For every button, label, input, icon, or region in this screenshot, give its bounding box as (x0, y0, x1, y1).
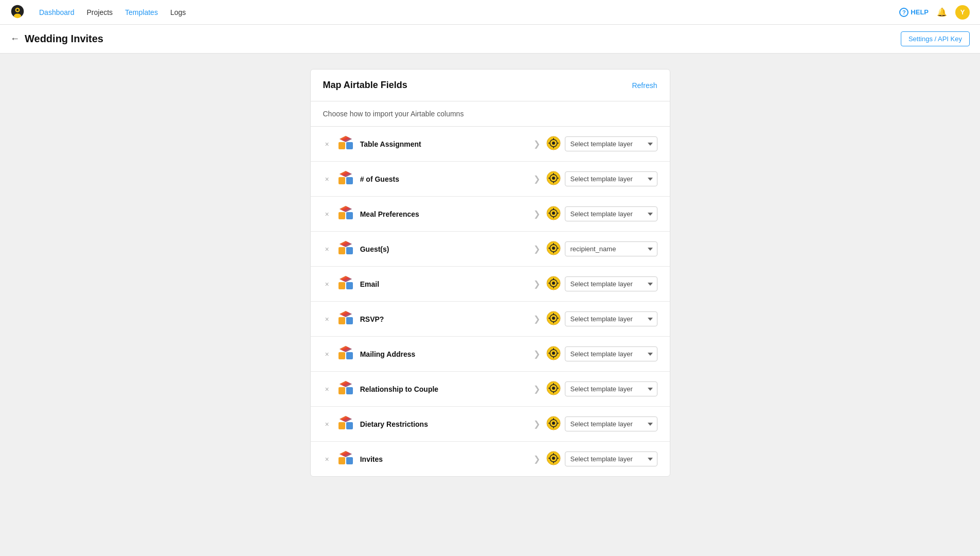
remove-field-button[interactable]: × (323, 209, 331, 219)
svg-rect-92 (338, 422, 345, 429)
template-layer-select[interactable]: Select template layerrecipient_nameaddre… (565, 206, 657, 221)
photopea-target-icon (546, 416, 561, 432)
field-row: × Invites❯ Select template layerrecipien… (311, 442, 670, 476)
help-icon: ? (899, 8, 908, 17)
template-layer-select[interactable]: Select template layerrecipient_nameaddre… (565, 311, 657, 326)
template-layer-select[interactable]: Select template layerrecipient_nameaddre… (565, 416, 657, 431)
field-name-label: RSVP? (360, 315, 527, 323)
svg-rect-16 (346, 177, 353, 184)
field-row: × Relationship to Couple❯ Select templat… (311, 372, 670, 407)
svg-marker-7 (340, 136, 352, 142)
template-layer-select[interactable]: Select template layerrecipient_nameaddre… (565, 241, 657, 256)
template-select-area: Select template layerrecipient_nameaddre… (546, 451, 657, 467)
template-layer-select[interactable]: Select template layerrecipient_nameaddre… (565, 346, 657, 361)
template-layer-select[interactable]: Select template layerrecipient_nameaddre… (565, 171, 657, 186)
field-name-label: Table Assignment (360, 140, 527, 148)
svg-point-87 (552, 387, 555, 390)
settings-api-key-button[interactable]: Settings / API Key (901, 31, 970, 46)
svg-rect-82 (346, 387, 353, 394)
field-name-label: Meal Preferences (360, 210, 527, 218)
svg-rect-15 (338, 177, 345, 184)
remove-field-button[interactable]: × (323, 384, 331, 394)
svg-point-109 (552, 457, 555, 460)
template-layer-select[interactable]: Select template layerrecipient_nameaddre… (565, 136, 657, 151)
svg-rect-4 (338, 142, 345, 149)
svg-marker-29 (340, 206, 352, 212)
nav-logs[interactable]: Logs (170, 8, 186, 16)
remove-field-button[interactable]: × (323, 314, 331, 324)
svg-marker-106 (340, 451, 352, 457)
remove-field-button[interactable]: × (323, 454, 331, 464)
card-title: Map Airtable Fields (323, 80, 407, 91)
field-row: × Table Assignment❯ Select template laye… (311, 127, 670, 162)
main-content: Map Airtable Fields Refresh Choose how t… (0, 54, 980, 492)
photopea-target-icon (546, 136, 561, 152)
svg-rect-48 (338, 282, 345, 289)
remove-field-button[interactable]: × (323, 139, 331, 149)
help-label: HELP (911, 8, 929, 16)
remove-field-button[interactable]: × (323, 419, 331, 429)
photopea-target-icon (546, 241, 561, 257)
svg-point-65 (552, 317, 555, 320)
nav-dashboard[interactable]: Dashboard (39, 8, 75, 16)
field-name-label: Dietary Restrictions (360, 420, 527, 428)
navbar: Dashboard Projects Templates Logs ? HELP… (0, 0, 980, 25)
svg-rect-26 (338, 212, 345, 219)
back-button[interactable]: ← (10, 33, 20, 44)
svg-rect-38 (346, 247, 353, 254)
photopea-target-icon (546, 381, 561, 397)
photopea-target-icon (546, 276, 561, 292)
svg-rect-5 (346, 142, 353, 149)
airtable-field-icon (337, 345, 354, 363)
template-select-area: Select template layerrecipient_nameaddre… (546, 136, 657, 152)
svg-rect-103 (338, 457, 345, 464)
template-select-area: Select template layerrecipient_nameaddre… (546, 311, 657, 327)
svg-point-10 (552, 142, 555, 145)
template-layer-select[interactable]: Select template layerrecipient_nameaddre… (565, 451, 657, 466)
svg-rect-59 (338, 317, 345, 324)
nav-templates[interactable]: Templates (125, 8, 158, 16)
svg-rect-49 (346, 282, 353, 289)
nav-right: ? HELP 🔔 Y (899, 5, 970, 20)
photopea-target-icon (546, 451, 561, 467)
arrow-icon: ❯ (533, 454, 540, 464)
template-select-area: Select template layerrecipient_nameaddre… (546, 416, 657, 432)
field-rows-container: × Table Assignment❯ Select template laye… (311, 127, 670, 476)
nav-projects[interactable]: Projects (87, 8, 113, 16)
logo (10, 4, 27, 20)
arrow-icon: ❯ (533, 139, 540, 149)
svg-point-3 (16, 9, 19, 11)
remove-field-button[interactable]: × (323, 279, 331, 289)
template-select-area: Select template layerrecipient_nameaddre… (546, 241, 657, 257)
field-row: × Email❯ Select template layerrecipient_… (311, 267, 670, 302)
svg-point-98 (552, 422, 555, 425)
svg-rect-93 (346, 422, 353, 429)
refresh-button[interactable]: Refresh (632, 81, 657, 90)
notifications-icon[interactable]: 🔔 (937, 7, 947, 17)
svg-marker-18 (340, 171, 352, 177)
airtable-field-icon (337, 205, 354, 223)
map-fields-card: Map Airtable Fields Refresh Choose how t… (310, 69, 670, 477)
remove-field-button[interactable]: × (323, 244, 331, 254)
svg-rect-60 (346, 317, 353, 324)
svg-rect-37 (338, 247, 345, 254)
field-row: × Meal Preferences❯ Select template laye… (311, 197, 670, 232)
svg-rect-70 (338, 352, 345, 359)
template-select-area: Select template layerrecipient_nameaddre… (546, 346, 657, 362)
remove-field-button[interactable]: × (323, 174, 331, 184)
arrow-icon: ❯ (533, 244, 540, 254)
user-avatar[interactable]: Y (955, 5, 970, 20)
template-select-area: Select template layerrecipient_nameaddre… (546, 381, 657, 397)
template-layer-select[interactable]: Select template layerrecipient_nameaddre… (565, 276, 657, 291)
field-row: × # of Guests❯ Select template layerreci… (311, 162, 670, 197)
template-select-area: Select template layerrecipient_nameaddre… (546, 206, 657, 222)
field-name-label: Guest(s) (360, 245, 527, 253)
svg-rect-27 (346, 212, 353, 219)
template-layer-select[interactable]: Select template layerrecipient_nameaddre… (565, 381, 657, 396)
help-button[interactable]: ? HELP (899, 8, 929, 17)
page-header: ← Wedding Invites Settings / API Key (0, 25, 980, 54)
svg-marker-84 (340, 381, 352, 387)
field-row: × Dietary Restrictions❯ Select template … (311, 407, 670, 442)
airtable-field-icon (337, 450, 354, 468)
remove-field-button[interactable]: × (323, 349, 331, 359)
